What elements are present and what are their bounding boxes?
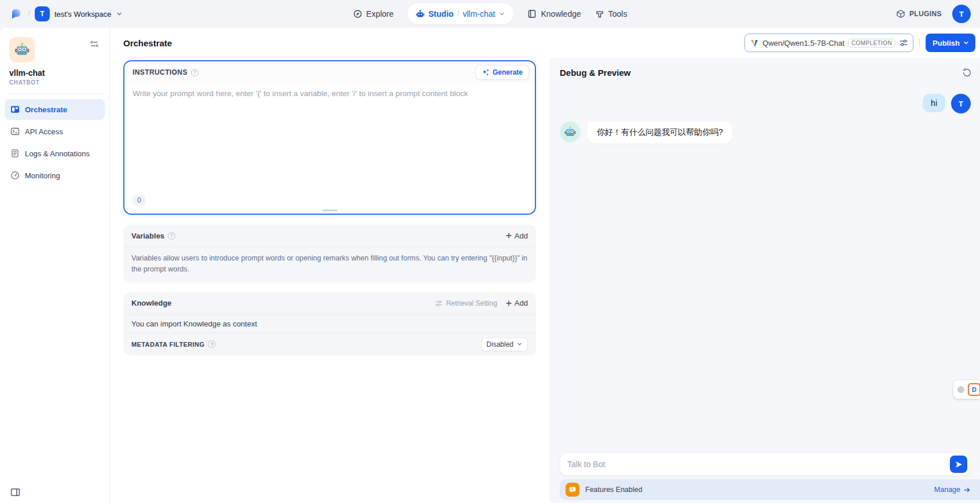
dify-logo-icon[interactable] [9,7,23,21]
workspace-avatar[interactable]: T [35,6,50,21]
features-icon [566,483,579,497]
variables-description: Variables allow users to introduce promp… [123,247,536,282]
nav-tab-explore[interactable]: Explore [353,9,394,19]
chevron-down-icon [963,39,970,46]
sidebar-item-monitoring[interactable]: Monitoring [5,165,105,186]
instructions-footer: 0 [124,194,535,214]
model-selector[interactable]: Qwen/Qwen1.5-7B-Chat COMPLETION [744,34,913,52]
retrieval-setting-label: Retrieval Setting [446,299,497,307]
chat-input[interactable] [560,460,950,469]
studio-robot-icon [416,9,425,19]
help-icon[interactable] [168,232,175,240]
publish-button[interactable]: Publish [926,34,975,52]
slash-divider: / [457,9,460,19]
metadata-filtering-row: METADATA FILTERING Disabled [123,333,536,355]
sidebar-item-orchestrate[interactable]: Orchestrate [5,99,105,120]
prompt-editor[interactable] [133,89,527,194]
model-mode-badge: COMPLETION [848,39,895,47]
debug-title: Debug & Preview [560,68,631,78]
top-nav: / T test's Workspace Explore Studio / vl… [0,0,980,28]
sidebar-item-label: Logs & Annotations [25,149,90,158]
sidebar-item-logs-annotations[interactable]: Logs & Annotations [5,143,105,164]
features-bar: Features Enabled Manage [560,479,980,500]
variables-title: Variables [131,232,164,240]
workarea: Orchestrate Qwen/Qwen1.5-7B-Chat COMPLET… [110,28,980,503]
sidebar-app-name: vllm-chat [0,63,109,78]
chat-area: hi T 你好！有什么问题我可以帮助你吗? [550,79,980,448]
orchestrate-icon [10,105,20,114]
app-operations-icon[interactable] [87,37,101,51]
send-button[interactable] [950,456,967,473]
gauge-icon [10,171,20,180]
app-icon[interactable] [9,37,35,63]
chevron-down-icon[interactable] [498,10,505,17]
terminal-icon [10,127,20,136]
user-bubble: hi [923,94,945,112]
metadata-filtering-title: METADATA FILTERING [131,341,204,348]
help-icon[interactable] [191,69,199,76]
studio-app-name: vllm-chat [463,9,495,19]
manage-label: Manage [934,486,960,494]
metadata-filtering-dropdown[interactable]: Disabled [481,337,528,351]
knowledge-icon [527,9,537,19]
bot-bubble: 你好！有什么问题我可以帮助你吗? [588,122,732,144]
app-sidebar: vllm-chat CHATBOT Orchestrate API Access [0,28,110,503]
nav-tab-studio[interactable]: Studio / vllm-chat [408,3,513,24]
chevron-down-icon[interactable] [116,10,123,17]
browser-extension-widget[interactable]: D [953,380,980,399]
add-knowledge-button[interactable]: Add [505,299,528,307]
restart-conversation-icon[interactable] [961,67,973,79]
help-icon[interactable] [208,340,215,348]
instructions-card: INSTRUCTIONS Generate [123,60,536,215]
tools-label: Tools [608,9,627,19]
nav-tab-knowledge[interactable]: Knowledge [527,9,581,19]
nav-center: Explore Studio / vllm-chat Knowledge Too… [353,3,627,24]
retrieval-sliders-icon [435,299,443,307]
chat-message-bot: 你好！有什么问题我可以帮助你吗? [560,122,971,144]
plus-icon [505,232,512,239]
resize-handle[interactable] [322,210,337,211]
plugins-label: PLUGINS [909,10,942,18]
plugins-cube-icon [896,9,905,19]
model-settings-sliders-icon[interactable] [899,38,908,47]
sidebar-item-api-access[interactable]: API Access [5,121,105,142]
debug-panel: Debug & Preview hi T 你好！有什么问题我可以帮助你吗 [550,58,980,503]
debug-header: Debug & Preview [550,58,980,79]
instructions-body [124,83,535,194]
generate-label: Generate [493,68,523,76]
knowledge-header: Knowledge Retrieval Setting [123,292,536,314]
publish-label: Publish [933,39,960,47]
page-header: Orchestrate Qwen/Qwen1.5-7B-Chat COMPLET… [110,28,980,58]
divider [7,94,102,94]
nav-tab-tools[interactable]: Tools [595,9,627,19]
split-panels: INSTRUCTIONS Generate [110,58,980,503]
retrieval-setting-button[interactable]: Retrieval Setting [435,299,497,307]
plugins-button[interactable]: PLUGINS [896,9,942,19]
header-actions: Qwen/Qwen1.5-7B-Chat COMPLETION Publish [744,34,975,52]
chat-input-box [560,453,971,476]
features-label: Features Enabled [585,486,643,494]
explore-label: Explore [366,9,394,19]
sidebar-item-label: API Access [25,127,63,136]
collapse-sidebar-icon[interactable] [10,487,20,497]
content-frame: vllm-chat CHATBOT Orchestrate API Access [0,28,980,503]
metadata-filtering-value: Disabled [486,340,513,348]
extension-logo-icon: D [968,383,980,396]
page-title: Orchestrate [123,38,744,48]
sidebar-item-label: Monitoring [25,171,60,180]
manage-features-button[interactable]: Manage [934,486,971,494]
workspace-name[interactable]: test's Workspace [54,10,111,19]
tools-icon [595,9,604,19]
add-variable-button[interactable]: Add [505,232,528,240]
bot-avatar [560,122,581,142]
generate-button[interactable]: Generate [475,65,529,80]
add-label: Add [515,232,528,240]
document-icon [10,149,20,158]
nav-left: / T test's Workspace [9,6,353,21]
nav-right: PLUGINS T [627,5,971,23]
config-panel: INSTRUCTIONS Generate [110,58,550,503]
user-avatar[interactable]: T [952,5,971,23]
knowledge-description: You can import Knowledge as context [123,315,536,333]
char-count: 0 [133,195,146,205]
instructions-header: INSTRUCTIONS Generate [124,61,535,83]
